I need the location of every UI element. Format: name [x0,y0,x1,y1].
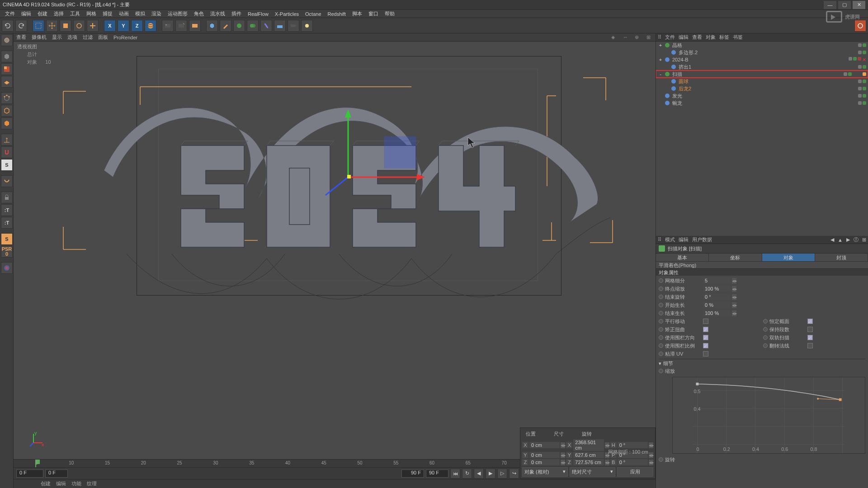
menu-创建[interactable]: 创建 [34,9,51,18]
redo-button[interactable] [15,20,27,32]
menu-渲染[interactable]: 渲染 [148,9,165,18]
end-frame-field-2[interactable]: 90 F [426,469,448,478]
apply-button[interactable]: 应用 [617,467,653,477]
maximize-button[interactable]: ▢ [838,1,851,9]
nav-fwd-icon[interactable]: ▶ [846,237,850,243]
render-region-button[interactable] [175,20,187,32]
menu-模拟[interactable]: 模拟 [132,9,148,18]
environment-button[interactable] [274,20,286,32]
size-mode-dropdown[interactable]: 绝对尺寸▾ [570,467,615,477]
object-row[interactable]: 发光 [656,92,868,99]
deformer-button[interactable] [260,20,272,32]
render-view-button[interactable] [162,20,174,32]
viewport[interactable]: 透视视图 总计 对象 10 [14,42,656,459]
parent-button[interactable]: :T [1,204,13,216]
menu-捕捉[interactable]: 捕捉 [99,9,116,18]
edge-mode-button[interactable] [1,105,13,117]
current-frame-field-2[interactable]: 0 F [45,469,68,478]
attr-value[interactable]: 0 ° [703,294,730,300]
vphdr-过滤[interactable]: 过滤 [83,34,93,41]
camera-button[interactable] [288,20,299,32]
vphdr-显示[interactable]: 显示 [52,34,62,41]
matmenu-创建[interactable]: 创建 [41,480,51,487]
forward-button[interactable]: ↪ [509,469,519,479]
goto-start-button[interactable]: ⏮ [450,469,460,479]
light-button[interactable] [301,20,313,32]
snap-settings-button[interactable]: S [1,159,13,171]
object-row[interactable]: 挤出1 [656,63,868,70]
menu-RealFlow[interactable]: RealFlow [245,10,272,18]
menu-网格[interactable]: 网格 [83,9,99,18]
checkbox[interactable] [703,351,708,357]
menu-窗口[interactable]: 窗口 [365,9,382,18]
menu-脚本[interactable]: 脚本 [349,9,365,18]
last-tool[interactable] [87,20,99,32]
make-editable-button[interactable] [1,34,13,46]
object-row[interactable]: 圆球 [656,78,868,85]
generator-button[interactable] [247,20,259,32]
vphdr-面板[interactable]: 面板 [98,34,108,41]
snap-s-button[interactable]: S [1,233,13,245]
matmenu-纹理[interactable]: 纹理 [87,480,97,487]
attr-value[interactable]: 0 % [703,302,730,308]
nav-fn-icon[interactable]: ⓕ [854,236,859,243]
child-button[interactable]: :T [1,217,13,229]
pen-tool-button[interactable] [220,20,231,32]
vp-icon[interactable]: ↔ [623,34,629,41]
menu-角色[interactable]: 角色 [191,9,207,18]
checkbox[interactable]: ✓ [703,343,708,348]
workplane-button[interactable] [1,175,13,187]
scale-graph[interactable]: 0.5 0.4 0 0.2 0.4 0.6 0.8 [672,377,865,454]
tab-坐标[interactable]: 坐标 [709,253,762,261]
attrmenu-编辑[interactable]: 编辑 [679,236,689,243]
menu-文件[interactable]: 文件 [2,9,18,18]
attr-value[interactable]: 100 % [703,286,730,292]
menu-工具[interactable]: 工具 [67,9,83,18]
menu-Octane[interactable]: Octane [302,10,324,18]
checkbox[interactable]: ✓ [807,335,813,340]
checkbox[interactable]: ✓ [807,319,813,324]
nav-back-icon[interactable]: ◀ [830,237,834,243]
current-frame-field[interactable]: 0 F [16,469,43,478]
menu-流水线[interactable]: 流水线 [207,9,228,18]
object-tree[interactable]: + 晶格 多边形.2 + 2024-B ✕ 挤出1 - 扫描 圆球 后龙2 发光… [656,42,868,236]
vphdr-ProRender[interactable]: ProRender [113,35,137,40]
attrmenu-用户数据[interactable]: 用户数据 [692,236,712,243]
minimize-button[interactable]: — [824,1,836,9]
material-ball-button[interactable] [1,262,13,274]
object-row[interactable]: 后龙2 [656,85,868,92]
checkbox[interactable] [703,319,708,324]
loop-button[interactable]: ↻ [462,469,472,479]
z-lock-button[interactable]: Z [131,20,143,32]
menu-运动图形[interactable]: 运动图形 [165,9,191,18]
attr-value[interactable]: 5 [703,277,730,284]
vp-icon[interactable]: ⊞ [646,34,653,41]
polygon-mode-button[interactable] [1,117,13,129]
menu-选择[interactable]: 选择 [51,9,67,18]
next-frame-button[interactable]: ▷ [497,469,507,479]
menu-Redshift[interactable]: Redshift [325,10,349,18]
vphdr-摄像机[interactable]: 摄像机 [32,34,47,41]
attrmenu-模式[interactable]: 模式 [665,236,675,243]
lock-icon[interactable] [1,192,13,203]
tab-封顶[interactable]: 封顶 [815,253,868,261]
vp-icon[interactable]: ◈ [611,34,618,41]
vp-icon[interactable]: ⊕ [635,34,641,41]
axis-button[interactable] [1,134,13,145]
object-row[interactable]: + 晶格 [656,42,868,49]
play-button[interactable]: ▶ [486,469,495,479]
matmenu-编辑[interactable]: 编辑 [56,480,66,487]
checkbox[interactable] [807,327,813,332]
move-tool[interactable] [46,20,58,32]
point-mode-button[interactable] [1,92,13,104]
menu-动画[interactable]: 动画 [116,9,132,18]
texture-mode-button[interactable] [1,63,13,75]
menu-X-Particles[interactable]: X-Particles [272,10,302,18]
tab-对象[interactable]: 对象 [762,253,815,261]
nurbs-button[interactable] [233,20,245,32]
checkbox[interactable]: ✓ [703,335,708,340]
menu-编辑[interactable]: 编辑 [18,9,34,18]
end-frame-field[interactable]: 90 F [401,469,424,478]
y-lock-button[interactable]: Y [118,20,129,32]
objmenu-标签[interactable]: 标签 [719,34,729,41]
